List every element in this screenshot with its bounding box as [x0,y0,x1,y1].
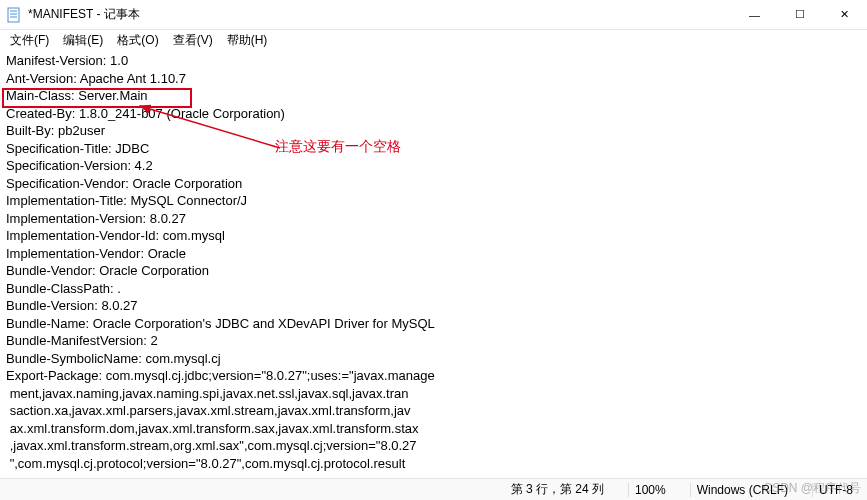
status-line-ending: Windows (CRLF) [690,483,794,497]
maximize-button[interactable]: ☐ [777,0,822,29]
window-buttons: — ☐ ✕ [732,0,867,29]
window-title: *MANIFEST - 记事本 [28,6,732,23]
close-button[interactable]: ✕ [822,0,867,29]
menu-help[interactable]: 帮助(H) [221,30,274,51]
text-area[interactable]: Manifest-Version: 1.0 Ant-Version: Apach… [0,50,867,474]
menu-view[interactable]: 查看(V) [167,30,219,51]
statusbar: 第 3 行，第 24 列 100% Windows (CRLF) UTF-8 [0,478,867,500]
svg-rect-0 [8,8,19,22]
notepad-icon [6,7,22,23]
menu-format[interactable]: 格式(O) [111,30,164,51]
status-encoding: UTF-8 [812,483,859,497]
menu-edit[interactable]: 编辑(E) [57,30,109,51]
menu-file[interactable]: 文件(F) [4,30,55,51]
minimize-button[interactable]: — [732,0,777,29]
titlebar: *MANIFEST - 记事本 — ☐ ✕ [0,0,867,30]
menubar: 文件(F) 编辑(E) 格式(O) 查看(V) 帮助(H) [0,30,867,50]
status-zoom: 100% [628,483,672,497]
status-position: 第 3 行，第 24 列 [505,481,610,498]
